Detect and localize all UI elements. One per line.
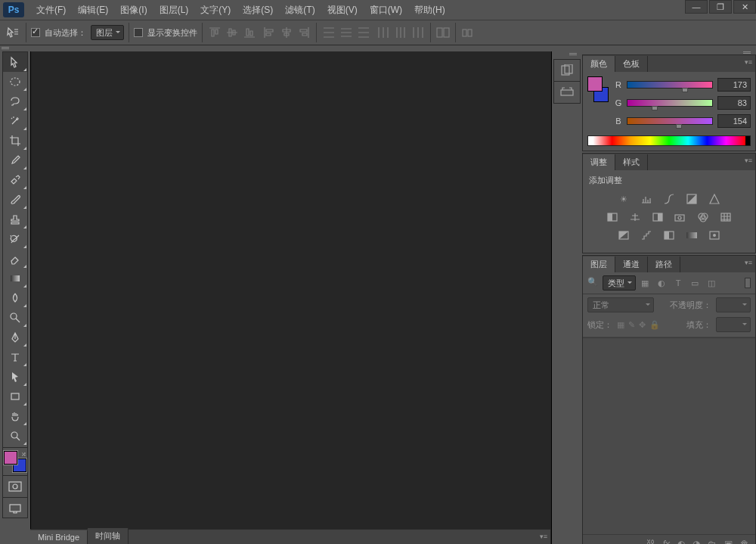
menu-help[interactable]: 帮助(H) [408, 1, 451, 20]
color-panel-menu-icon[interactable]: ▾≡ [745, 58, 752, 66]
align-vcenter-icon[interactable] [225, 25, 240, 40]
layer-filter-search-icon[interactable]: 🔍 [587, 277, 600, 289]
tool-gradient[interactable] [3, 269, 27, 288]
delete-layer-icon[interactable]: 🗑 [740, 539, 749, 545]
align-bottom-icon[interactable] [242, 25, 257, 40]
dist-right-icon[interactable] [411, 25, 426, 40]
lock-position-icon[interactable]: ✥ [639, 320, 646, 330]
tool-marquee[interactable] [3, 72, 27, 92]
adj-exposure-icon[interactable] [684, 192, 699, 206]
properties-panel-icon[interactable] [554, 82, 580, 103]
blend-mode-dropdown[interactable]: 正常 [587, 297, 654, 312]
tool-blur[interactable] [3, 288, 27, 308]
adj-hue-icon[interactable] [605, 210, 620, 224]
lock-paint-icon[interactable]: ✎ [628, 320, 635, 330]
adj-channelmixer-icon[interactable] [696, 210, 711, 224]
3d-mode-icon[interactable] [460, 25, 476, 40]
adj-gradientmap-icon[interactable] [684, 228, 699, 242]
slider-r[interactable] [627, 81, 713, 89]
adj-colorbalance-icon[interactable] [627, 210, 643, 224]
layers-list[interactable] [583, 337, 755, 534]
tool-history-brush[interactable] [3, 229, 27, 249]
adj-vibrance-icon[interactable] [707, 192, 722, 206]
auto-align-icon[interactable] [435, 25, 451, 40]
fill-field[interactable] [716, 317, 751, 332]
tool-crop[interactable] [3, 131, 27, 151]
auto-select-checkbox[interactable] [31, 28, 40, 37]
tab-layers[interactable]: 图层 [583, 256, 615, 272]
tool-eraser[interactable] [3, 249, 27, 269]
narrow-collapse-handle[interactable] [552, 51, 582, 58]
bottom-panel-menu-icon[interactable]: ▾≡ [540, 533, 547, 540]
tool-healing[interactable] [3, 170, 27, 190]
show-transform-checkbox[interactable] [134, 28, 143, 37]
opacity-field[interactable] [716, 297, 751, 312]
filter-toggle-switch[interactable] [745, 278, 751, 288]
tool-zoom[interactable] [3, 426, 27, 446]
tab-color[interactable]: 颜色 [583, 56, 615, 72]
filter-adjust-icon[interactable]: ◐ [655, 277, 668, 289]
foreground-swatch[interactable] [4, 451, 17, 465]
adj-brightness-icon[interactable]: ☀ [616, 192, 631, 206]
layer-filter-kind-dropdown[interactable]: 类型 [603, 275, 636, 291]
menu-layer[interactable]: 图层(L) [153, 1, 195, 20]
tool-lasso[interactable] [3, 92, 27, 111]
menu-file[interactable]: 文件(F) [30, 1, 72, 20]
adj-photofilter-icon[interactable] [673, 210, 688, 224]
menu-edit[interactable]: 编辑(E) [72, 1, 114, 20]
adjust-panel-menu-icon[interactable]: ▾≡ [745, 157, 752, 164]
new-fill-adjust-icon[interactable]: ◑ [692, 539, 700, 545]
color-panel-swatches[interactable] [587, 76, 609, 102]
align-top-icon[interactable] [207, 25, 222, 40]
swap-colors-icon[interactable]: ⤭ [21, 451, 26, 458]
dist-vcenter-icon[interactable] [339, 25, 354, 40]
lock-all-icon[interactable]: 🔒 [649, 320, 660, 330]
color-fg-swatch[interactable] [587, 76, 603, 92]
tool-hand[interactable] [3, 406, 27, 426]
slider-b[interactable] [627, 117, 713, 125]
tool-path-select[interactable] [3, 367, 27, 387]
auto-select-target-dropdown[interactable]: 图层 [91, 25, 124, 40]
filter-smart-icon[interactable]: ◫ [705, 277, 717, 289]
adj-selectivecolor-icon[interactable] [707, 228, 722, 242]
tab-mini-bridge[interactable]: Mini Bridge [30, 530, 88, 544]
slider-g-value[interactable]: 83 [717, 96, 751, 110]
window-close-button[interactable]: ✕ [733, 0, 756, 14]
adj-invert-icon[interactable] [616, 228, 631, 242]
adj-threshold-icon[interactable] [662, 228, 677, 242]
tool-brush[interactable] [3, 190, 27, 210]
tool-move[interactable] [3, 52, 27, 72]
lock-pixels-icon[interactable]: ▦ [617, 320, 624, 330]
adj-bw-icon[interactable] [650, 210, 665, 224]
filter-pixel-icon[interactable]: ▦ [639, 277, 651, 289]
new-layer-icon[interactable]: ▣ [724, 539, 733, 545]
menu-image[interactable]: 图像(I) [114, 1, 153, 20]
color-spectrum[interactable] [587, 135, 751, 146]
dist-top-icon[interactable] [321, 25, 336, 40]
filter-shape-icon[interactable]: ▭ [689, 277, 701, 289]
menu-window[interactable]: 窗口(W) [364, 1, 408, 20]
adj-levels-icon[interactable] [639, 192, 654, 206]
tool-type[interactable] [3, 347, 27, 367]
tab-styles[interactable]: 样式 [615, 154, 648, 170]
history-panel-icon[interactable] [554, 60, 580, 81]
slider-r-value[interactable]: 173 [717, 78, 751, 92]
screen-mode-button[interactable] [3, 499, 27, 518]
tool-wand[interactable] [3, 111, 27, 131]
dist-left-icon[interactable] [376, 25, 391, 40]
menu-select[interactable]: 选择(S) [237, 1, 279, 20]
toolbox-collapse-handle[interactable] [0, 45, 756, 51]
color-swatches[interactable]: ⤭ [4, 451, 26, 472]
dist-hcenter-icon[interactable] [393, 25, 408, 40]
align-right-icon[interactable] [296, 25, 311, 40]
adj-colorlookup-icon[interactable] [718, 210, 733, 224]
quick-mask-button[interactable] [3, 477, 27, 496]
layer-fx-icon[interactable]: fx [663, 539, 670, 545]
tab-timeline[interactable]: 时间轴 [88, 528, 129, 544]
slider-b-value[interactable]: 154 [717, 114, 751, 128]
tab-channels[interactable]: 通道 [615, 256, 648, 272]
filter-type-icon[interactable]: T [672, 277, 684, 289]
slider-g[interactable] [627, 99, 713, 107]
window-maximize-button[interactable]: ❐ [709, 0, 732, 14]
align-hcenter-icon[interactable] [279, 25, 294, 40]
